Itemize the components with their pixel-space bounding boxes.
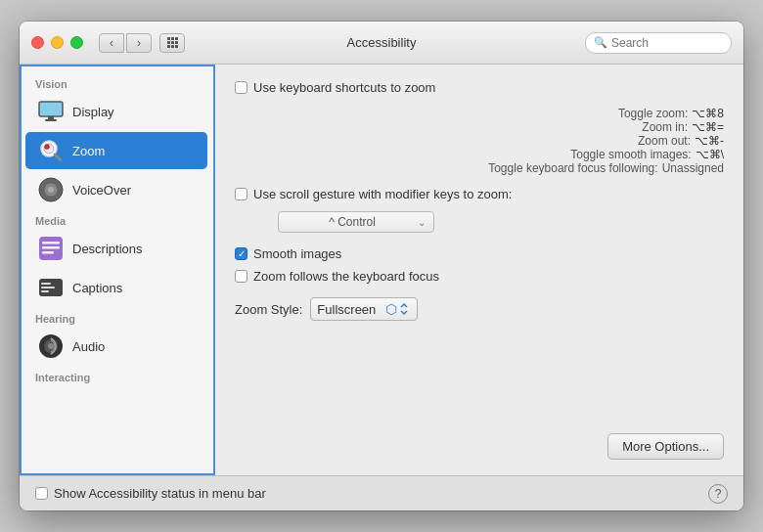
section-label-interacting: Interacting xyxy=(20,366,213,385)
zoom-style-label: Zoom Style: xyxy=(235,302,302,317)
search-box[interactable]: 🔍 xyxy=(585,32,732,54)
svg-rect-11 xyxy=(42,242,60,244)
sidebar-item-zoom[interactable]: Zoom xyxy=(25,132,207,169)
main-window: ‹ › Accessibility 🔍 Vision xyxy=(20,22,743,510)
section-label-media: Media xyxy=(20,209,213,229)
toggle-zoom-value: ⌥⌘8 xyxy=(692,107,724,120)
sidebar-item-descriptions[interactable]: Descriptions xyxy=(25,230,207,267)
svg-rect-1 xyxy=(48,116,54,119)
select-arrows-icon: ⬡ xyxy=(385,301,397,317)
zoom-out-row: Zoom out: ⌥⌘- xyxy=(250,134,724,148)
svg-rect-15 xyxy=(41,283,51,285)
monitor-icon xyxy=(37,98,65,125)
zoom-follows-focus-row: Zoom follows the keyboard focus xyxy=(235,269,724,284)
zoom-style-value: Fullscreen xyxy=(317,302,382,317)
modifier-key-value: ^ Control xyxy=(287,215,418,229)
zoom-out-value: ⌥⌘- xyxy=(695,134,724,148)
audio-icon xyxy=(37,332,65,360)
zoom-style-row: Zoom Style: Fullscreen ⬡ xyxy=(235,297,724,321)
select-updown-icon xyxy=(397,302,411,316)
maximize-button[interactable] xyxy=(70,36,83,49)
zoom-in-row: Zoom in: ⌥⌘= xyxy=(250,120,724,134)
toggle-smooth-label: Toggle smooth images: xyxy=(570,148,691,161)
voiceover-icon xyxy=(37,176,65,203)
keyboard-shortcuts-checkbox[interactable] xyxy=(235,81,247,94)
show-status-row: Show Accessibility status in menu bar xyxy=(35,486,266,501)
toggle-smooth-row: Toggle smooth images: ⌥⌘\ xyxy=(250,148,724,161)
show-status-checkbox[interactable] xyxy=(35,487,48,500)
smooth-images-label: Smooth images xyxy=(253,246,341,261)
sidebar-item-display-label: Display xyxy=(72,105,114,119)
sidebar-item-captions[interactable]: Captions xyxy=(25,269,207,306)
svg-rect-12 xyxy=(42,246,60,249)
smooth-images-checkbox[interactable] xyxy=(235,247,247,260)
sidebar-item-captions-label: Captions xyxy=(72,281,122,295)
sidebar: Vision Display xyxy=(20,65,215,475)
modifier-key-dropdown[interactable]: ^ Control ⌄ xyxy=(278,211,434,233)
zoom-in-value: ⌥⌘= xyxy=(692,120,724,134)
svg-point-9 xyxy=(48,187,54,193)
zoom-icon xyxy=(37,137,65,164)
zoom-out-label: Zoom out: xyxy=(638,134,691,148)
grid-icon xyxy=(167,37,178,48)
scroll-gesture-label: Use scroll gesture with modifier keys to… xyxy=(253,187,512,201)
content-area: Vision Display xyxy=(20,65,743,475)
svg-rect-0 xyxy=(39,102,63,116)
search-icon: 🔍 xyxy=(594,36,607,49)
zoom-in-label: Zoom in: xyxy=(642,120,688,134)
toggle-smooth-value: ⌥⌘\ xyxy=(696,148,724,161)
section-label-vision: Vision xyxy=(20,72,213,92)
sidebar-item-audio-label: Audio xyxy=(72,339,105,354)
sidebar-item-voiceover[interactable]: VoiceOver xyxy=(25,171,207,208)
svg-rect-17 xyxy=(41,290,49,292)
main-panel: Use keyboard shortcuts to zoom Toggle zo… xyxy=(215,65,743,475)
minimize-button[interactable] xyxy=(51,36,64,49)
traffic-lights xyxy=(31,36,83,49)
svg-point-20 xyxy=(48,343,54,349)
smooth-images-row: Smooth images xyxy=(235,246,724,261)
close-button[interactable] xyxy=(31,36,44,49)
svg-line-6 xyxy=(55,155,61,160)
zoom-style-select[interactable]: Fullscreen ⬡ xyxy=(310,297,418,321)
sidebar-item-zoom-label: Zoom xyxy=(72,144,105,158)
back-button[interactable]: ‹ xyxy=(99,33,124,53)
sidebar-item-descriptions-label: Descriptions xyxy=(72,242,143,256)
sidebar-item-audio[interactable]: Audio xyxy=(25,328,207,365)
scroll-gesture-row: Use scroll gesture with modifier keys to… xyxy=(235,187,724,201)
grid-button[interactable] xyxy=(159,33,185,53)
keyboard-focus-label: Toggle keyboard focus following: xyxy=(488,161,657,175)
window-title: Accessibility xyxy=(347,35,417,50)
keyboard-focus-row: Toggle keyboard focus following: Unassig… xyxy=(250,161,724,175)
zoom-follows-focus-label: Zoom follows the keyboard focus xyxy=(253,269,439,284)
scroll-gesture-checkbox[interactable] xyxy=(235,188,247,200)
search-input[interactable] xyxy=(611,36,723,50)
section-label-hearing: Hearing xyxy=(20,307,213,327)
more-options-button[interactable]: More Options... xyxy=(607,433,724,460)
sidebar-item-display[interactable]: Display xyxy=(25,93,207,130)
captions-icon xyxy=(37,274,65,301)
dropdown-arrow-icon: ⌄ xyxy=(418,217,426,228)
descriptions-icon xyxy=(37,235,65,262)
forward-button[interactable]: › xyxy=(126,33,152,53)
svg-rect-2 xyxy=(45,119,57,121)
shortcut-info-block: Toggle zoom: ⌥⌘8 Zoom in: ⌥⌘= Zoom out: … xyxy=(250,107,724,175)
bottom-bar: Show Accessibility status in menu bar ? xyxy=(20,475,743,510)
toggle-zoom-row: Toggle zoom: ⌥⌘8 xyxy=(250,107,724,120)
nav-buttons: ‹ › xyxy=(99,33,152,53)
keyboard-shortcuts-row: Use keyboard shortcuts to zoom xyxy=(235,80,724,95)
show-status-label: Show Accessibility status in menu bar xyxy=(54,486,266,501)
svg-point-5 xyxy=(45,145,50,150)
svg-rect-13 xyxy=(42,251,54,254)
zoom-follows-focus-checkbox[interactable] xyxy=(235,270,247,283)
sidebar-item-voiceover-label: VoiceOver xyxy=(72,183,131,198)
svg-rect-16 xyxy=(41,287,55,288)
toggle-zoom-label: Toggle zoom: xyxy=(618,107,688,120)
keyboard-focus-value: Unassigned xyxy=(662,161,724,175)
help-button[interactable]: ? xyxy=(708,484,728,504)
titlebar: ‹ › Accessibility 🔍 xyxy=(20,22,743,65)
keyboard-shortcuts-label: Use keyboard shortcuts to zoom xyxy=(253,80,435,95)
